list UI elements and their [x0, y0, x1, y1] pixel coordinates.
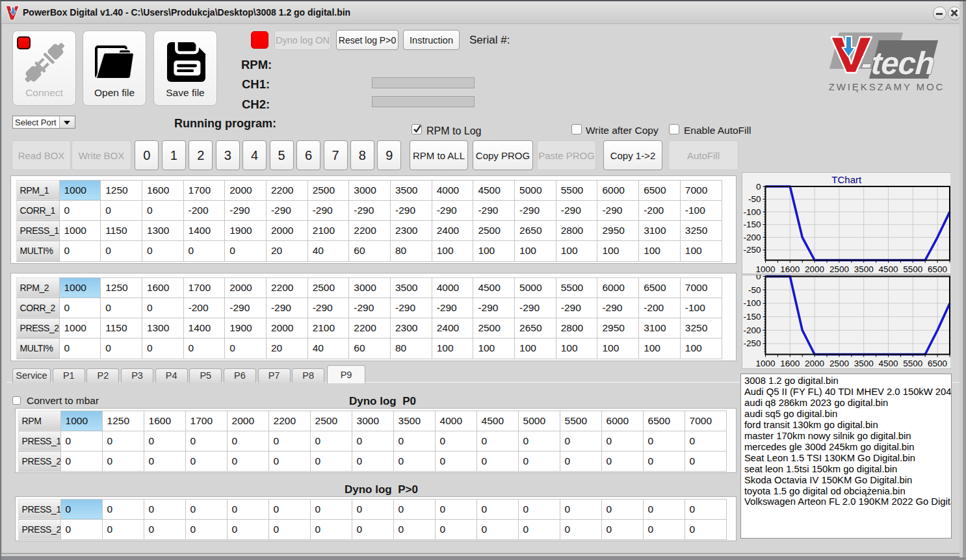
svg-text:-100: -100 [743, 298, 761, 308]
svg-text:-50: -50 [748, 194, 761, 204]
svg-text:1600: 1600 [780, 264, 800, 274]
svg-text:-200: -200 [743, 325, 761, 335]
svg-text:3500: 3500 [854, 359, 873, 368]
svg-text:6500: 6500 [928, 264, 947, 274]
svg-text:1600: 1600 [780, 359, 800, 368]
svg-text:-250: -250 [743, 245, 761, 255]
svg-text:4500: 4500 [878, 359, 898, 368]
svg-text:2000: 2000 [805, 264, 824, 274]
svg-text:2500: 2500 [829, 264, 848, 274]
svg-text:0: 0 [755, 182, 761, 192]
svg-text:-tech: -tech [860, 45, 935, 81]
svg-text:-250: -250 [743, 338, 761, 348]
svg-text:2500: 2500 [829, 359, 848, 368]
svg-text:5500: 5500 [903, 359, 922, 368]
svg-text:3500: 3500 [854, 264, 873, 274]
svg-text:0: 0 [755, 275, 761, 281]
svg-text:TChart: TChart [831, 174, 862, 185]
svg-text:-50: -50 [748, 285, 761, 295]
svg-text:5500: 5500 [903, 264, 922, 274]
svg-text:-200: -200 [743, 233, 761, 242]
svg-text:2000: 2000 [805, 359, 824, 368]
svg-text:6500: 6500 [928, 359, 947, 368]
svg-text:1000: 1000 [755, 359, 775, 368]
svg-text:4500: 4500 [878, 264, 898, 274]
svg-text:-100: -100 [743, 207, 761, 217]
svg-text:ZWIĘKSZAMY MOC: ZWIĘKSZAMY MOC [829, 81, 945, 92]
svg-text:-150: -150 [743, 312, 761, 322]
svg-text:1000: 1000 [755, 264, 775, 274]
svg-text:-150: -150 [743, 220, 761, 229]
